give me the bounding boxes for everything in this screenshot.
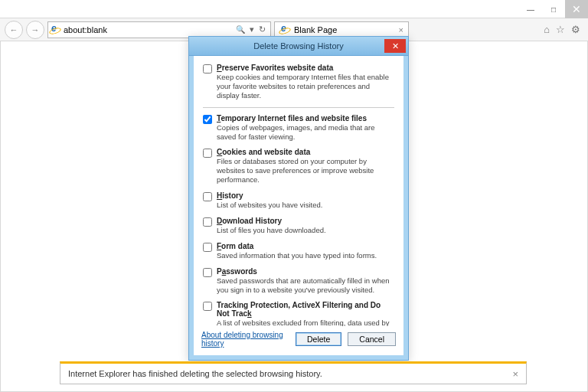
dropdown-icon[interactable]: ▾ [250,24,254,34]
option-label: History [217,191,394,200]
home-icon[interactable]: ⌂ [544,24,550,35]
option-row: Preserve Favorites website dataKeep cook… [203,64,394,100]
option-description: Files or databases stored on your comput… [217,157,394,185]
window-titlebar: — □ ✕ [0,0,588,18]
delete-history-dialog: Delete Browsing History ✕ Preserve Favor… [188,36,409,361]
option-checkbox[interactable] [203,192,212,201]
option-checkbox[interactable] [203,64,212,74]
ie-icon [279,24,290,35]
option-description: A list of websites excluded from filteri… [217,318,394,326]
forward-button[interactable]: → [26,21,44,39]
option-label: Preserve Favorites website data [217,64,394,72]
option-label: Passwords [217,267,394,276]
option-label: Tracking Protection, ActiveX Filtering a… [217,301,394,318]
tab-close-icon[interactable]: × [399,25,403,34]
option-label: Download History [217,217,394,225]
option-description: List of files you have downloaded. [217,226,394,235]
tab-title: Blank Page [294,25,337,34]
window-close-button[interactable]: ✕ [565,0,588,18]
option-row: Tracking Protection, ActiveX Filtering a… [203,301,394,326]
dialog-title: Delete Browsing History [253,41,343,51]
option-label: Form data [217,242,394,250]
option-row: HistoryList of websites you have visited… [203,191,394,210]
notification-text: Internet Explorer has finished deleting … [68,369,322,378]
cancel-button[interactable]: Cancel [348,332,396,346]
back-button[interactable]: ← [5,21,23,39]
option-row: PasswordsSaved passwords that are automa… [203,267,394,295]
about-deleting-link[interactable]: About deleting browsing history [201,331,289,348]
maximize-button[interactable]: □ [542,0,565,18]
option-row: Form dataSaved information that you have… [203,242,394,260]
option-row: Cookies and website dataFiles or databas… [203,148,394,185]
option-description: Keep cookies and temporary Internet file… [217,73,394,100]
option-checkbox[interactable] [203,243,212,252]
option-row: Download HistoryList of files you have d… [203,217,394,235]
refresh-icon[interactable]: ↻ [259,24,266,34]
option-description: List of websites you have visited. [217,201,394,210]
minimize-button[interactable]: — [519,0,542,18]
search-icon[interactable]: 🔍 [236,25,245,34]
dialog-close-button[interactable]: ✕ [384,39,406,53]
notification-bar: Internet Explorer has finished deleting … [60,361,527,384]
ie-icon [50,24,60,35]
option-label: Cookies and website data [217,148,394,156]
option-description: Saved passwords that are automatically f… [217,276,394,295]
option-checkbox[interactable] [203,268,212,277]
option-label: Temporary Internet files and website fil… [217,114,394,122]
option-checkbox[interactable] [203,217,212,227]
option-checkbox[interactable] [203,115,212,124]
option-row: Temporary Internet files and website fil… [203,114,394,142]
option-description: Saved information that you have typed in… [217,251,394,260]
tools-gear-icon[interactable]: ⚙ [571,24,580,35]
url-input[interactable] [60,25,236,34]
option-checkbox[interactable] [203,149,212,158]
dialog-titlebar: Delete Browsing History ✕ [189,37,408,56]
option-description: Copies of webpages, images, and media th… [217,123,394,142]
favorites-icon[interactable]: ☆ [556,24,565,35]
delete-button[interactable]: Delete [296,332,341,346]
option-checkbox[interactable] [203,302,212,311]
notification-close-icon[interactable]: × [512,368,518,380]
